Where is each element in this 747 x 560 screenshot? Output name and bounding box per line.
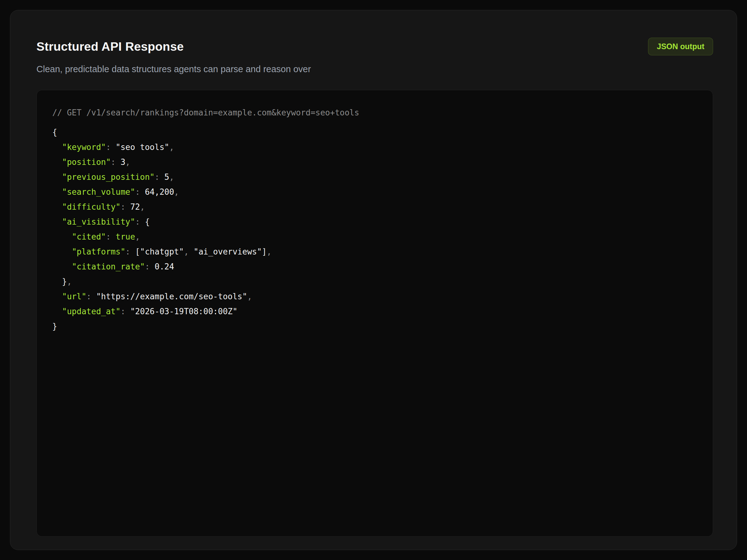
code-line: "platforms": ["chatgpt", "ai_overviews"]… <box>52 244 697 259</box>
code-token-str: "chatgpt" <box>140 247 184 256</box>
code-token-bool: true <box>116 232 135 241</box>
code-token-ws <box>52 142 62 152</box>
code-token-ws <box>52 277 62 286</box>
code-token-punct: : <box>125 247 135 256</box>
code-token-brace: { <box>145 217 150 226</box>
code-token-str: "https://example.com/seo-tools" <box>96 292 247 301</box>
code-token-brace: } <box>52 322 57 331</box>
code-token-ws <box>52 217 62 226</box>
code-token-ws <box>52 232 72 241</box>
code-token-punct: : <box>145 262 154 271</box>
code-token-num: 0.24 <box>155 262 174 271</box>
code-token-ws <box>52 292 62 301</box>
code-token-punct: : <box>111 157 121 167</box>
code-token-brace: } <box>62 277 67 286</box>
code-token-punct: , <box>267 247 272 256</box>
code-token-key: "previous_position" <box>62 172 154 182</box>
code-line: "ai_visibility": { <box>52 214 697 229</box>
code-token-ws <box>52 172 62 182</box>
code-token-key: "keyword" <box>62 142 106 152</box>
code-token-key: "search_volume" <box>62 187 135 196</box>
code-token-ws <box>52 157 62 167</box>
code-token-punct: , <box>169 172 174 182</box>
code-token-punct: : <box>135 187 145 196</box>
code-line: "citation_rate": 0.24 <box>52 259 697 274</box>
code-token-ws <box>52 262 72 271</box>
code-token-punct: : <box>106 142 115 152</box>
code-line: "difficulty": 72, <box>52 199 697 214</box>
structured-api-response-card: Structured API Response JSON output Clea… <box>10 10 737 550</box>
code-token-str: "ai_overviews" <box>194 247 262 256</box>
code-token-punct: : <box>106 232 115 241</box>
code-token-num: 3 <box>121 157 125 167</box>
code-token-key: "cited" <box>72 232 106 241</box>
code-line: "position": 3, <box>52 155 697 169</box>
card-header: Structured API Response JSON output <box>36 38 713 55</box>
code-panel: // GET /v1/search/rankings?domain=exampl… <box>36 90 713 537</box>
code-token-punct: , <box>247 292 252 301</box>
code-token-key: "citation_rate" <box>72 262 145 271</box>
code-token-punct: : <box>86 292 96 301</box>
code-token-ws <box>52 247 72 256</box>
code-token-punct: : <box>135 217 145 226</box>
code-token-punct: , <box>174 187 179 196</box>
code-token-key: "position" <box>62 157 111 167</box>
code-token-ws <box>52 202 62 212</box>
code-token-punct: : <box>121 202 130 212</box>
code-token-num: 64,200 <box>145 187 174 196</box>
code-token-brace: { <box>52 128 57 137</box>
code-token-key: "ai_visibility" <box>62 217 135 226</box>
code-token-punct: , <box>135 232 140 241</box>
code-token-ws <box>52 307 62 316</box>
json-output-badge: JSON output <box>648 38 713 55</box>
code-token-punct: : <box>121 307 130 316</box>
code-token-brace: ] <box>262 247 267 256</box>
code-token-punct: , <box>184 247 194 256</box>
request-comment: // GET /v1/search/rankings?domain=exampl… <box>52 105 697 120</box>
code-line: "cited": true, <box>52 229 697 244</box>
code-token-punct: , <box>169 142 174 152</box>
code-line: } <box>52 319 697 334</box>
code-token-punct: , <box>67 277 72 286</box>
code-token-punct: , <box>125 157 130 167</box>
code-token-key: "difficulty" <box>62 202 121 212</box>
code-line: "previous_position": 5, <box>52 169 697 185</box>
code-lines: { "keyword": "seo tools", "position": 3,… <box>52 125 697 334</box>
code-token-punct: : <box>155 172 164 182</box>
code-token-num: 72 <box>130 202 140 212</box>
code-token-num: 5 <box>164 172 169 182</box>
code-line: "updated_at": "2026-03-19T08:00:00Z" <box>52 304 697 319</box>
code-line: { <box>52 125 697 140</box>
code-line: "search_volume": 64,200, <box>52 185 697 199</box>
code-token-str: "seo tools" <box>116 142 169 152</box>
code-line: "keyword": "seo tools", <box>52 140 697 155</box>
code-token-key: "updated_at" <box>62 307 121 316</box>
code-token-key: "url" <box>62 292 86 301</box>
code-line: "url": "https://example.com/seo-tools", <box>52 289 697 304</box>
code-token-str: "2026-03-19T08:00:00Z" <box>130 307 237 316</box>
code-token-brace: [ <box>135 247 140 256</box>
code-line: }, <box>52 274 697 289</box>
code-token-key: "platforms" <box>72 247 125 256</box>
page-title: Structured API Response <box>36 40 184 54</box>
code-token-punct: , <box>140 202 145 212</box>
card-subtitle: Clean, predictable data structures agent… <box>36 64 713 74</box>
code-token-ws <box>52 187 62 196</box>
